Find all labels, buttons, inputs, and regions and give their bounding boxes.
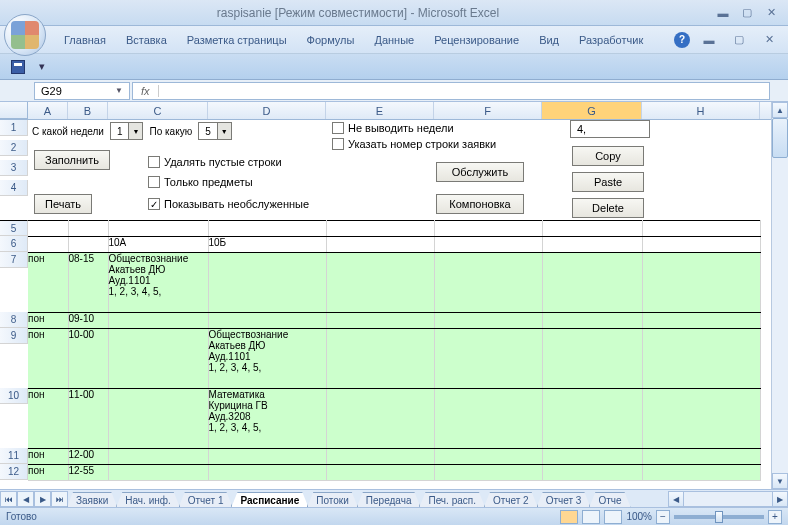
ribbon-tab-view[interactable]: Вид — [529, 30, 569, 50]
col-header-E[interactable]: E — [326, 102, 434, 119]
only-subjects-checkbox[interactable] — [148, 176, 160, 188]
minimize-button[interactable]: ▬ — [712, 5, 734, 21]
week-to-select[interactable]: 5▼ — [198, 122, 232, 140]
row-header[interactable]: 11 — [0, 448, 28, 464]
ribbon-tab-data[interactable]: Данные — [364, 30, 424, 50]
tab-nav-first[interactable]: ⏮ — [0, 491, 17, 507]
cell[interactable]: 08-15 — [68, 252, 108, 312]
grid-body[interactable]: 1 С какой недели 1▼ По какую 5▼ Заполнит… — [0, 120, 771, 489]
zoom-level[interactable]: 100% — [626, 511, 652, 522]
tab-nav-next[interactable]: ▶ — [34, 491, 51, 507]
scroll-up-button[interactable]: ▲ — [772, 102, 788, 118]
row-header[interactable]: 9 — [0, 328, 28, 344]
sheet-tab[interactable]: Передача — [357, 492, 421, 507]
workbook-restore-button[interactable]: ▢ — [728, 32, 750, 48]
col-header-A[interactable]: A — [28, 102, 68, 119]
sheet-tab-active[interactable]: Расписание — [231, 492, 308, 507]
formula-input[interactable]: fx — [132, 82, 770, 100]
cell[interactable]: пон — [28, 464, 68, 480]
cell[interactable] — [208, 252, 326, 312]
name-box[interactable]: G29 ▼ — [34, 82, 130, 100]
page-break-view-button[interactable] — [604, 510, 622, 524]
cell[interactable]: пон — [28, 448, 68, 464]
show-unserved-checkbox[interactable]: ✓ — [148, 198, 160, 210]
cell[interactable]: 10-00 — [68, 328, 108, 388]
ribbon-tab-home[interactable]: Главная — [54, 30, 116, 50]
value-input[interactable]: 4, — [570, 120, 650, 138]
fx-icon[interactable]: fx — [133, 85, 159, 97]
tab-nav-prev[interactable]: ◀ — [17, 491, 34, 507]
zoom-in-button[interactable]: + — [768, 510, 782, 524]
horizontal-scrollbar[interactable]: ◀ ▶ — [668, 491, 788, 507]
paste-button[interactable]: Paste — [572, 172, 644, 192]
serve-button[interactable]: Обслужить — [436, 162, 524, 182]
zoom-slider-thumb[interactable] — [715, 511, 723, 523]
cell[interactable]: пон — [28, 312, 68, 328]
cell[interactable]: 10А — [108, 236, 208, 252]
row-header[interactable]: 1 — [0, 120, 28, 136]
cell[interactable]: Обществознание Акатьев ДЮ Ауд.1101 1, 2,… — [108, 252, 208, 312]
layout-button[interactable]: Компоновка — [436, 194, 524, 214]
col-header-F[interactable]: F — [434, 102, 542, 119]
row-header[interactable]: 8 — [0, 312, 28, 328]
delete-button[interactable]: Delete — [572, 198, 644, 218]
sheet-tab[interactable]: Отчет 1 — [179, 492, 233, 507]
workbook-minimize-button[interactable]: ▬ — [698, 32, 720, 48]
delete-empty-checkbox[interactable] — [148, 156, 160, 168]
row-header[interactable]: 7 — [0, 252, 28, 268]
cell[interactable]: Математика Курицина ГВ Ауд.3208 1, 2, 3,… — [208, 388, 326, 448]
normal-view-button[interactable] — [560, 510, 578, 524]
row-header[interactable]: 3 — [0, 160, 28, 176]
row-header[interactable]: 2 — [0, 140, 28, 156]
sheet-tab[interactable]: Заявки — [67, 492, 117, 507]
col-header-D[interactable]: D — [208, 102, 326, 119]
cell[interactable]: пон — [28, 388, 68, 448]
qat-dropdown[interactable]: ▾ — [32, 57, 52, 77]
ribbon-tab-insert[interactable]: Вставка — [116, 30, 177, 50]
sheet-tab[interactable]: Печ. расп. — [419, 492, 485, 507]
sheet-tab[interactable]: Отче — [589, 492, 630, 507]
copy-button[interactable]: Copy — [572, 146, 644, 166]
col-header-G[interactable]: G — [542, 102, 642, 119]
vertical-scrollbar[interactable]: ▲ ▼ — [771, 102, 788, 489]
print-button[interactable]: Печать — [34, 194, 92, 214]
scroll-left-button[interactable]: ◀ — [668, 491, 684, 507]
cell[interactable]: пон — [28, 328, 68, 388]
row-header[interactable]: 4 — [0, 180, 28, 196]
cell[interactable]: пон — [28, 252, 68, 312]
select-all-corner[interactable] — [0, 102, 28, 119]
scroll-right-button[interactable]: ▶ — [772, 491, 788, 507]
sheet-tab[interactable]: Нач. инф. — [116, 492, 179, 507]
scroll-thumb[interactable] — [772, 118, 788, 158]
restore-button[interactable]: ▢ — [736, 5, 758, 21]
week-from-select[interactable]: 1▼ — [110, 122, 144, 140]
row-header[interactable]: 10 — [0, 388, 28, 404]
tab-nav-last[interactable]: ⏭ — [51, 491, 68, 507]
cell[interactable]: 09-10 — [68, 312, 108, 328]
sheet-tab[interactable]: Потоки — [307, 492, 358, 507]
workbook-close-button[interactable]: ✕ — [758, 32, 780, 48]
sheet-tab[interactable]: Отчет 2 — [484, 492, 538, 507]
scroll-down-button[interactable]: ▼ — [772, 473, 788, 489]
office-button[interactable] — [4, 14, 46, 56]
cell[interactable]: 10Б — [208, 236, 326, 252]
ribbon-tab-developer[interactable]: Разработчик — [569, 30, 653, 50]
chevron-down-icon[interactable]: ▼ — [115, 86, 123, 95]
show-req-row-checkbox[interactable] — [332, 138, 344, 150]
cell[interactable]: Обществознание Акатьев ДЮ Ауд.1101 1, 2,… — [208, 328, 326, 388]
row-header[interactable]: 6 — [0, 236, 28, 252]
row-header[interactable]: 12 — [0, 464, 28, 480]
zoom-slider[interactable] — [674, 515, 764, 519]
save-button[interactable] — [8, 57, 28, 77]
help-button[interactable]: ? — [674, 32, 690, 48]
cell[interactable]: 11-00 — [68, 388, 108, 448]
cell[interactable]: 12-55 — [68, 464, 108, 480]
zoom-out-button[interactable]: − — [656, 510, 670, 524]
col-header-C[interactable]: C — [108, 102, 208, 119]
hide-weeks-checkbox[interactable] — [332, 122, 344, 134]
ribbon-tab-pagelayout[interactable]: Разметка страницы — [177, 30, 297, 50]
row-header[interactable]: 5 — [0, 220, 28, 236]
col-header-B[interactable]: B — [68, 102, 108, 119]
ribbon-tab-formulas[interactable]: Формулы — [297, 30, 365, 50]
close-button[interactable]: ✕ — [760, 5, 782, 21]
